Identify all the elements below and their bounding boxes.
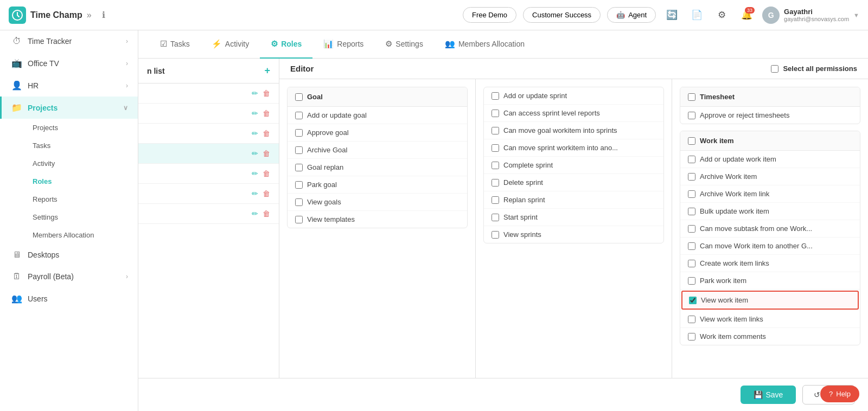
edit-role-icon[interactable]: ✏ (252, 89, 258, 98)
save-button[interactable]: 💾 Save (741, 386, 796, 404)
free-demo-button[interactable]: Free Demo (463, 7, 516, 23)
role-item[interactable]: ✏ 🗑 (138, 144, 279, 164)
sidebar-item-hr[interactable]: 👤 HR › (0, 74, 138, 97)
perm-label: Archive Goal (307, 146, 347, 154)
sidebar-item-payroll[interactable]: 🗓 Payroll (Beta) › (0, 266, 138, 287)
tab-settings[interactable]: ⚙ Settings (374, 30, 434, 59)
wi-archive-link-checkbox[interactable] (688, 190, 695, 198)
edit-role-icon[interactable]: ✏ (252, 109, 258, 118)
goal-replan-checkbox[interactable] (295, 164, 303, 171)
help-button[interactable]: ? Help (820, 386, 859, 402)
perm-item: Can move goal workitem into sprints (484, 122, 663, 139)
delete-role-icon[interactable]: 🗑 (263, 189, 270, 198)
sidebar-sub-projects[interactable]: Projects (26, 119, 138, 137)
sprint-delete-checkbox[interactable] (492, 179, 499, 187)
edit-role-icon[interactable]: ✏ (252, 209, 258, 218)
edit-role-icon[interactable]: ✏ (252, 149, 258, 158)
agent-button[interactable]: 🤖 Agent (607, 7, 656, 23)
customer-success-button[interactable]: Customer Success (523, 7, 601, 23)
goal-section-checkbox[interactable] (295, 93, 303, 101)
role-item[interactable]: ✏ 🗑 (138, 124, 279, 144)
perm-item: Add or update goal (288, 107, 467, 124)
edit-role-icon[interactable]: ✏ (252, 169, 258, 178)
info-icon[interactable]: ℹ (96, 8, 111, 23)
settings-button[interactable]: ⚙ (712, 6, 731, 24)
tasks-tab-icon: ☑ (160, 39, 167, 49)
notification-button[interactable]: 🔔 33 (737, 6, 756, 24)
timesheet-section-checkbox[interactable] (688, 93, 695, 101)
wi-comments-checkbox[interactable] (688, 333, 695, 341)
perm-label: View work item (701, 296, 748, 304)
delete-role-icon[interactable]: 🗑 (263, 149, 270, 158)
tab-roles[interactable]: ⚙ Roles (260, 30, 312, 59)
wi-add-checkbox[interactable] (688, 156, 695, 163)
goal-view-checkbox[interactable] (295, 198, 303, 206)
role-item[interactable]: ✏ 🗑 (138, 204, 279, 224)
perm-item: Start sprint (484, 209, 663, 226)
wi-create-links-checkbox[interactable] (688, 260, 695, 267)
sprint-complete-checkbox[interactable] (492, 162, 499, 169)
sidebar-sub-tasks[interactable]: Tasks (26, 137, 138, 155)
sprint-view-checkbox[interactable] (492, 231, 499, 239)
perm-item: Can move Work item to another G... (680, 237, 860, 255)
edit-role-icon[interactable]: ✏ (252, 129, 258, 138)
delete-role-icon[interactable]: 🗑 (263, 169, 270, 178)
editor-title: Editor (290, 64, 314, 73)
wi-move-goal-checkbox[interactable] (688, 242, 695, 250)
sidebar-sub-reports[interactable]: Reports (26, 190, 138, 208)
role-item[interactable]: ✏ 🗑 (138, 164, 279, 184)
sidebar-sub-roles[interactable]: Roles (26, 172, 138, 190)
goal-add-checkbox[interactable] (295, 112, 303, 119)
sprint-start-checkbox[interactable] (492, 214, 499, 221)
tab-activity[interactable]: ⚡ Activity (201, 30, 260, 59)
sprint-replan-checkbox[interactable] (492, 196, 499, 204)
role-list-panel: n list + ✏ 🗑 ✏ 🗑 ✏ 🗑 ✏ 🗑 (138, 59, 279, 411)
sprint-access-checkbox[interactable] (492, 110, 499, 117)
editor-area: Editor Select all permissions Goal (279, 59, 868, 411)
wi-bulk-checkbox[interactable] (688, 208, 695, 215)
wi-move-sub-checkbox[interactable] (688, 225, 695, 233)
sidebar-item-projects[interactable]: 📁 Projects ∨ (0, 97, 138, 119)
select-all-checkbox[interactable] (771, 65, 778, 73)
workitem-section-checkbox[interactable] (688, 137, 695, 145)
sprint-move-sprint-checkbox[interactable] (492, 144, 499, 152)
wi-archive-checkbox[interactable] (688, 173, 695, 181)
expand-icon[interactable]: » (87, 10, 92, 20)
sidebar-sub-activity[interactable]: Activity (26, 155, 138, 172)
goal-park-checkbox[interactable] (295, 181, 303, 189)
sidebar-sub-settings[interactable]: Settings (26, 208, 138, 226)
add-role-button[interactable]: + (264, 65, 270, 76)
wi-view-checkbox[interactable] (689, 297, 697, 304)
user-profile[interactable]: G Gayathri gayathri@snovasys.com ▼ (762, 7, 859, 24)
delete-role-icon[interactable]: 🗑 (263, 89, 270, 98)
sprint-move-goal-checkbox[interactable] (492, 127, 499, 134)
refresh-button[interactable]: 🔄 (662, 6, 681, 24)
sprint-add-checkbox[interactable] (492, 92, 499, 100)
wi-view-links-checkbox[interactable] (688, 316, 695, 323)
tab-tasks[interactable]: ☑ Tasks (149, 30, 201, 59)
delete-role-icon[interactable]: 🗑 (263, 129, 270, 138)
sidebar-item-desktops[interactable]: 🖥 Desktops (0, 244, 138, 266)
bottom-actions: 💾 Save ↺ Reset (138, 378, 868, 411)
tab-reports[interactable]: 📊 Reports (312, 30, 374, 59)
sidebar-label-users: Users (28, 294, 48, 303)
delete-role-icon[interactable]: 🗑 (263, 109, 270, 118)
sidebar-sub-members[interactable]: Members Allocation (26, 226, 138, 244)
goal-templates-checkbox[interactable] (295, 216, 303, 223)
document-button[interactable]: 📄 (687, 6, 706, 24)
tab-members[interactable]: 👥 Members Allocation (434, 30, 535, 59)
delete-role-icon[interactable]: 🗑 (263, 209, 270, 218)
sidebar-item-office-tv[interactable]: 📺 Office TV › (0, 52, 138, 74)
perm-label: Complete sprint (503, 161, 553, 169)
workitem-section: Work item Add or update work item Archiv… (680, 131, 860, 345)
role-item[interactable]: ✏ 🗑 (138, 84, 279, 104)
sidebar-item-time-tracker[interactable]: ⏱ Time Tracker › (0, 30, 138, 52)
sidebar-item-users[interactable]: 👥 Users (0, 287, 138, 310)
wi-park-checkbox[interactable] (688, 277, 695, 285)
role-item[interactable]: ✏ 🗑 (138, 104, 279, 124)
timesheet-approve-checkbox[interactable] (688, 112, 695, 119)
edit-role-icon[interactable]: ✏ (252, 189, 258, 198)
role-item[interactable]: ✏ 🗑 (138, 184, 279, 204)
goal-approve-checkbox[interactable] (295, 129, 303, 137)
goal-archive-checkbox[interactable] (295, 146, 303, 154)
